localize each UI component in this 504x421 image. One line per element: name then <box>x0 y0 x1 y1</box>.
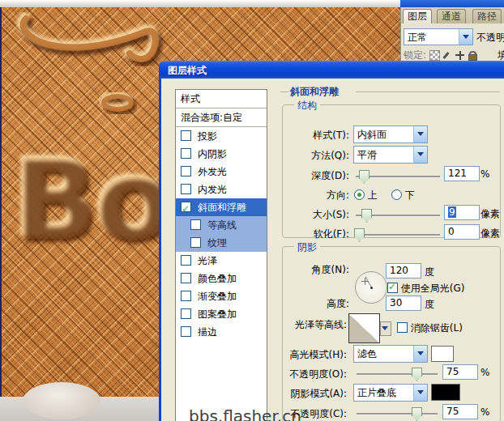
shadow-color-swatch[interactable] <box>431 384 460 401</box>
lock-image-icon[interactable] <box>443 51 452 60</box>
effect-list-item[interactable]: 投影 <box>176 127 267 145</box>
effect-list-item[interactable]: 内阴影 <box>176 145 267 163</box>
chevron-down-icon[interactable] <box>413 385 427 401</box>
direction-up-label: 上 <box>368 189 378 201</box>
contour-preview[interactable] <box>348 313 380 343</box>
highlight-mode-label: 高光模式(H): <box>282 348 347 362</box>
checkbox-icon[interactable] <box>181 130 191 141</box>
highlight-opacity-unit: % <box>481 367 489 378</box>
depth-field[interactable]: 121 <box>444 166 480 181</box>
technique-select[interactable]: 平滑 <box>353 146 428 164</box>
shadow-mode-label: 阴影模式(A): <box>282 387 347 401</box>
highlight-mode-value: 滤色 <box>357 347 377 361</box>
checkbox-icon[interactable] <box>181 273 191 283</box>
effect-item-label: 描边 <box>198 326 217 338</box>
effect-list-item[interactable]: 描边 <box>176 323 267 341</box>
chevron-down-icon[interactable] <box>380 321 391 336</box>
direction-label: 方向: <box>284 189 349 202</box>
angle-dial[interactable] <box>355 271 387 304</box>
bevel-style-select[interactable]: 内斜面 <box>353 125 428 143</box>
use-global-light-checkbox[interactable]: 使用全局光(G) <box>387 282 465 296</box>
angle-field[interactable]: 120 <box>386 263 421 279</box>
effect-item-label: 外发光 <box>198 166 227 177</box>
effect-item-label: 图案叠加 <box>198 308 237 320</box>
tab-channels[interactable]: 通道 <box>437 9 466 23</box>
highlight-color-swatch[interactable] <box>431 346 454 362</box>
checkbox-icon[interactable] <box>181 202 191 212</box>
angle-dial-dot <box>370 287 373 289</box>
highlight-opacity-field[interactable]: 75 <box>442 364 478 380</box>
soften-label: 软化(F): <box>284 228 349 241</box>
checkbox-icon[interactable] <box>181 308 191 319</box>
blend-mode-value: 正常 <box>408 31 427 45</box>
checkbox-icon[interactable] <box>190 237 201 248</box>
size-slider[interactable] <box>356 215 440 217</box>
effect-list-item[interactable]: 光泽 <box>176 252 267 270</box>
bevel-emboss-heading: 斜面和浮雕 <box>290 85 339 99</box>
photoshop-workspace: Bo 图层 通道 路径 正常 不透明 锁定: 填 图层样式 样式 混合选项:自定 <box>0 0 504 421</box>
soften-field[interactable]: 0 <box>444 224 480 240</box>
gloss-contour-picker[interactable] <box>348 313 390 343</box>
checkbox-icon[interactable] <box>181 255 191 266</box>
opacity-label: 不透明 <box>476 31 504 45</box>
soften-slider-thumb[interactable] <box>354 228 365 242</box>
radio-icon[interactable] <box>354 189 365 200</box>
effect-list-item[interactable]: 纹理 <box>176 234 267 252</box>
size-unit: 像素 <box>481 207 500 221</box>
lock-label: 锁定: <box>404 49 426 61</box>
sidebar-item-styles[interactable]: 样式 <box>176 90 267 108</box>
lock-all-icon[interactable] <box>468 51 476 60</box>
layer-style-dialog: 图层样式 样式 混合选项:自定 投影内阴影外发光内发光斜面和浮雕等高线纹理光泽颜… <box>159 61 504 421</box>
layers-panel: 图层 通道 路径 正常 不透明 锁定: 填 <box>400 7 504 62</box>
highlight-mode-select[interactable]: 滤色 <box>353 345 428 363</box>
lock-transparency-icon[interactable] <box>429 50 440 61</box>
style-label: 样式(T): <box>284 129 349 142</box>
effect-item-label: 等高线 <box>207 219 237 231</box>
chevron-down-icon[interactable] <box>413 346 427 362</box>
checkbox-icon[interactable] <box>190 219 201 230</box>
highlight-opacity-slider[interactable] <box>357 373 438 376</box>
chevron-down-icon[interactable] <box>413 147 427 163</box>
effect-item-label: 斜面和浮雕 <box>198 202 246 213</box>
altitude-field[interactable]: 30 <box>386 296 421 311</box>
lock-position-icon[interactable] <box>455 51 464 60</box>
chevron-down-icon[interactable] <box>413 126 427 142</box>
soften-slider[interactable] <box>356 234 440 236</box>
radio-icon[interactable] <box>391 189 402 200</box>
direction-down-radio[interactable]: 下 <box>391 189 415 202</box>
checkbox-icon[interactable] <box>397 322 408 333</box>
tab-paths[interactable]: 路径 <box>472 9 502 23</box>
size-field[interactable]: 9 <box>444 205 480 220</box>
checkbox-icon[interactable] <box>181 148 191 159</box>
tab-layers[interactable]: 图层 <box>403 9 432 23</box>
canvas-blob <box>23 382 100 419</box>
shadow-opacity-label: 不透明度(C): <box>282 407 347 421</box>
sidebar-item-blending-options[interactable]: 混合选项:自定 <box>176 108 267 127</box>
effect-list-item[interactable]: 外发光 <box>176 163 267 181</box>
depth-slider[interactable] <box>356 176 440 178</box>
shadow-opacity-slider[interactable] <box>357 413 438 415</box>
shadow-opacity-field[interactable]: 75 <box>442 404 478 419</box>
effect-list-item[interactable]: 斜面和浮雕 <box>176 198 267 216</box>
checkbox-icon[interactable] <box>181 326 191 337</box>
heading-line-right <box>356 91 500 92</box>
direction-up-radio[interactable]: 上 <box>354 189 378 202</box>
effect-list-item[interactable]: 渐变叠加 <box>176 287 267 305</box>
effect-list-item[interactable]: 内发光 <box>176 181 267 198</box>
size-label: 大小(S): <box>284 208 349 222</box>
technique-label: 方法(Q): <box>284 149 349 163</box>
antialiased-checkbox[interactable]: 消除锯齿(L) <box>397 321 463 335</box>
checkbox-icon[interactable] <box>387 283 398 293</box>
blend-mode-select[interactable]: 正常 <box>404 28 473 45</box>
effect-list-item[interactable]: 颜色叠加 <box>176 270 267 287</box>
chevron-down-icon[interactable] <box>459 29 472 45</box>
effect-list-item[interactable]: 图案叠加 <box>176 305 267 323</box>
use-global-light-label: 使用全局光(G) <box>401 283 465 294</box>
dialog-titlebar[interactable]: 图层样式 <box>159 61 504 79</box>
checkbox-icon[interactable] <box>181 184 191 194</box>
shadow-mode-select[interactable]: 正片叠底 <box>353 384 428 402</box>
effect-list-item[interactable]: 等高线 <box>176 216 267 234</box>
checkbox-icon[interactable] <box>181 291 191 301</box>
effect-item-label: 内阴影 <box>198 148 227 159</box>
checkbox-icon[interactable] <box>181 166 191 176</box>
